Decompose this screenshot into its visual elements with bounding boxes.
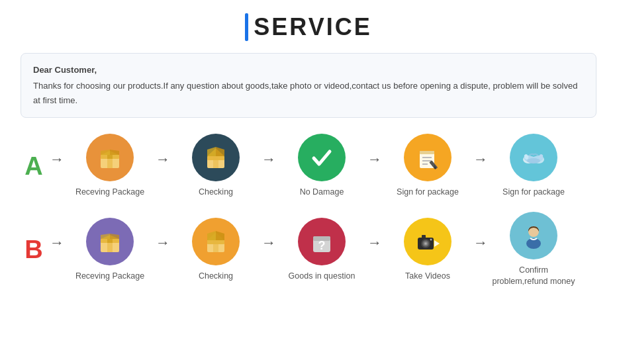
row-a-step-2-icon <box>192 134 240 181</box>
row-b: B → Receving Package → <box>21 212 596 288</box>
notice-box: Dear Customer, Thanks for choosing our p… <box>21 53 596 118</box>
arrow-a4: → <box>473 151 488 181</box>
row-b-step-3-label: Goods in question <box>289 271 356 283</box>
svg-rect-28 <box>107 239 113 243</box>
row-a-step-2: Checking <box>173 134 259 199</box>
page-title-area: SERVICE <box>245 13 371 41</box>
row-a-step-2-label: Checking <box>199 187 233 199</box>
arrow-b2: → <box>261 234 276 265</box>
row-b-step-5: Confirm problem,refund money <box>491 212 577 288</box>
row-b-step-1: Receving Package <box>67 218 153 283</box>
svg-marker-37 <box>216 231 224 240</box>
row-b-step-4: Take Videos <box>385 218 471 283</box>
arrow-b4: → <box>473 234 488 265</box>
row-b-step-4-label: Take Videos <box>405 271 450 283</box>
row-b-label: B <box>21 236 47 264</box>
svg-marker-31 <box>110 234 119 239</box>
row-a-step-3: No Damage <box>279 134 365 199</box>
svg-marker-30 <box>101 234 110 239</box>
svg-marker-48 <box>434 240 440 247</box>
svg-point-47 <box>430 238 432 240</box>
svg-point-24 <box>527 158 540 163</box>
svg-marker-6 <box>110 150 119 155</box>
arrow-b0: → <box>50 234 64 265</box>
notice-greeting: Dear Customer, <box>33 63 584 77</box>
row-a-step-5-label: Sign for package <box>502 187 565 199</box>
svg-rect-34 <box>213 240 218 252</box>
row-a-step-3-icon <box>298 134 346 181</box>
page-title: SERVICE <box>254 13 371 41</box>
row-b-step-4-icon <box>404 218 451 265</box>
svg-marker-11 <box>207 147 216 156</box>
svg-marker-5 <box>101 150 110 155</box>
row-a-label: A <box>21 152 47 181</box>
row-a-step-4-label: Sign for package <box>397 187 459 199</box>
row-a-step-5: Sign for package <box>491 134 577 199</box>
row-b-step-5-icon <box>510 212 557 259</box>
arrow-a3: → <box>367 151 382 181</box>
row-b-section: B → Receving Package → <box>21 212 596 288</box>
arrow-b3: → <box>367 234 382 265</box>
row-a-step-1: Receving Package <box>67 134 153 199</box>
svg-point-45 <box>425 242 427 244</box>
row-b-step-3-icon: ? <box>298 218 346 265</box>
arrow-a1: → <box>156 151 170 181</box>
row-a-step-1-label: Receving Package <box>75 187 144 199</box>
svg-rect-14 <box>420 151 434 154</box>
svg-rect-9 <box>213 156 218 168</box>
notice-message: Thanks for choosing our products.If any … <box>33 79 584 108</box>
row-a-step-3-label: No Damage <box>300 187 344 199</box>
svg-marker-12 <box>216 147 224 156</box>
row-b-step-1-label: Receving Package <box>75 271 144 283</box>
arrow-b1: → <box>156 234 170 265</box>
row-a-step-4: Sign for package <box>385 134 471 199</box>
row-a-step-4-icon <box>404 134 451 181</box>
row-a-step-1-icon <box>86 134 134 181</box>
row-a-section: A → Receving Package → <box>21 134 596 199</box>
row-b-step-3: ? Goods in question <box>279 218 365 283</box>
svg-marker-36 <box>207 231 216 240</box>
arrow-a2: → <box>261 151 276 181</box>
svg-text:?: ? <box>318 239 326 252</box>
title-accent-bar <box>245 13 248 41</box>
row-a-step-5-icon <box>510 134 557 181</box>
svg-rect-46 <box>422 235 426 238</box>
row-a: A → Receving Package → <box>21 134 596 199</box>
row-b-step-2: Checking <box>173 218 259 283</box>
row-b-step-2-icon <box>192 218 240 265</box>
row-b-step-1-icon <box>86 218 134 265</box>
row-b-step-2-label: Checking <box>199 271 233 283</box>
arrow-a0: → <box>50 151 64 181</box>
row-b-step-5-label: Confirm problem,refund money <box>491 265 577 288</box>
svg-rect-3 <box>107 155 113 159</box>
